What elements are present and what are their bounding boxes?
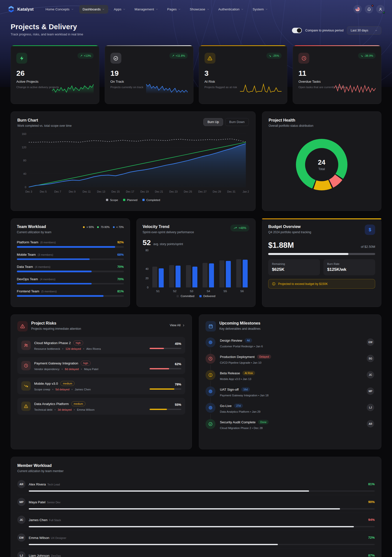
- dashboard-page: Katalyst Home ConceptsDashboardsAppsMana…: [0, 0, 392, 557]
- svg-text:Dec 9: Dec 9: [69, 190, 76, 193]
- milestone-detail: CI/CD Pipeline Upgrade • Jan 10: [220, 361, 375, 364]
- user-menu-button[interactable]: [376, 5, 385, 13]
- view-all-link[interactable]: View All: [170, 324, 185, 327]
- nav-item-label: Home Concepts: [46, 7, 70, 11]
- compare-toggle[interactable]: [292, 28, 302, 33]
- team-workload-row: Mobile Team(3 members)68%: [17, 253, 124, 260]
- users-icon: [24, 343, 28, 348]
- legend-item-delivered: Delivered: [199, 295, 215, 298]
- velocity-bars: [151, 250, 250, 287]
- svg-text:Dec 3: Dec 3: [25, 190, 32, 193]
- nav-item-dashboards[interactable]: Dashboards: [79, 5, 108, 14]
- velocity-bar-group: [202, 263, 214, 287]
- milestone-icon-circle: [206, 386, 215, 396]
- avatar: MP: [17, 498, 26, 506]
- velocity-x-label: S2: [169, 290, 181, 293]
- velocity-bar-committed: [236, 259, 241, 287]
- remaining-value: $625K: [272, 267, 316, 272]
- target-icon: [208, 389, 213, 394]
- nav-item-showcase[interactable]: Showcase: [186, 5, 213, 14]
- burn-chart-card: Burn Chart Work completed vs. total scop…: [11, 111, 256, 211]
- language-button[interactable]: [353, 5, 362, 13]
- risk-item[interactable]: Payment Gateway IntegrationhighVendor de…: [17, 357, 185, 374]
- nav-item-system[interactable]: System: [249, 5, 271, 14]
- kpi-row: ↗+13%26Active ProjectsChange in active d…: [11, 45, 381, 104]
- member-bar-fill: [29, 526, 354, 527]
- milestone-item: Design Review4dCustomer Portal Redesign …: [206, 337, 375, 354]
- kpi-card-at-risk: ↘-25%3At RiskProjects flagged as at risk: [199, 45, 287, 104]
- velocity-x-label: S1: [152, 290, 164, 293]
- online-status-dot: [383, 12, 385, 14]
- burn-down-button[interactable]: Burn Down: [225, 118, 249, 126]
- kpi-accent-bar: [199, 45, 287, 46]
- lists-row: Project Risks Projects requiring immedia…: [11, 314, 381, 449]
- nav-item-apps[interactable]: Apps: [110, 5, 129, 14]
- chevron-down-icon: [265, 8, 268, 11]
- compare-label: Compare to previous period: [305, 29, 343, 32]
- burn-chart-plot: 16012080400Dec 3Dec 5Dec 7Dec 9Dec 11Dec…: [17, 131, 249, 197]
- nav-item-authentication[interactable]: Authentication: [215, 5, 247, 14]
- risk-bar-track: [150, 368, 181, 369]
- burn-chart-subtitle: Work completed vs. total scope over time: [17, 124, 72, 127]
- katalyst-logo-icon: [7, 5, 15, 13]
- project-health-subtitle: Overall portfolio status distribution: [269, 124, 375, 127]
- team-members: (5 members): [41, 290, 57, 293]
- donut-total-label: Total: [318, 167, 325, 171]
- milestones-header-icon-tile: [206, 321, 216, 331]
- risk-bar-fill: [150, 409, 167, 410]
- svg-text:40: 40: [23, 172, 26, 175]
- legend-item-scope: Scope: [106, 199, 118, 202]
- risk-item[interactable]: Cloud Migration Phase 2highResource bott…: [17, 337, 185, 354]
- svg-text:Dec 15: Dec 15: [111, 190, 120, 193]
- risks-header-icon-tile: [17, 321, 28, 331]
- team-workload-row: DevOps Team(4 members)70%: [17, 277, 124, 285]
- trend-down-icon: [24, 384, 28, 388]
- risk-severity-badge: medium: [60, 381, 75, 386]
- notifications-button[interactable]: [365, 5, 373, 13]
- risk-icon-tile: [21, 341, 31, 350]
- kpi-delta-badge: ↘-25%: [266, 53, 282, 59]
- risk-item[interactable]: Data Analytics PlatformmediumTechnical d…: [17, 398, 185, 415]
- member-row: JCJames ChenFull Stack94%: [17, 513, 375, 531]
- trend-up-icon: ↗: [172, 54, 174, 57]
- clock-icon: [208, 356, 213, 361]
- milestone-connector: [210, 397, 211, 403]
- workload-legend-item: > 90%: [83, 226, 94, 228]
- kpi-accent-bar: [105, 45, 193, 46]
- velocity-bar-group: [186, 265, 198, 287]
- legend-label: Committed: [181, 295, 194, 298]
- utilization-bar-fill: [17, 283, 92, 285]
- risk-detail: Scope creep: [34, 388, 50, 391]
- svg-text:Dec 5: Dec 5: [40, 190, 47, 193]
- risk-bar-fill: [150, 368, 169, 369]
- avatar: MP: [367, 387, 374, 395]
- risk-severity-badge: high: [81, 361, 91, 366]
- metrics-row: Team Workload Current utilization by tea…: [11, 218, 381, 307]
- page-header: Projects & Delivery Track progress, risk…: [11, 23, 381, 36]
- team-name: Frontend Team: [17, 289, 39, 293]
- legend-label: Planned: [127, 199, 137, 202]
- svg-text:160: 160: [22, 132, 26, 135]
- avatar: LJ: [367, 404, 374, 411]
- kpi-sparkline: [240, 80, 282, 94]
- period-select[interactable]: Last 30 days: [347, 26, 381, 35]
- milestone-name: Production Deployment: [220, 355, 255, 359]
- velocity-x-label: S3: [186, 290, 198, 293]
- kpi-value: 11: [298, 69, 376, 77]
- chevron-right-icon: [182, 324, 185, 327]
- burn-up-button[interactable]: Burn Up: [203, 118, 223, 126]
- member-utilization: 72%: [368, 536, 375, 539]
- risk-item[interactable]: Mobile App v3.0mediumScope creep●5d dela…: [17, 378, 185, 394]
- brand[interactable]: Katalyst: [7, 5, 34, 13]
- nav-item-label: Dashboards: [83, 7, 101, 11]
- milestone-connector: [210, 381, 211, 386]
- nav-item-pages[interactable]: Pages: [164, 5, 184, 14]
- milestones-title: Upcoming Milestones: [219, 321, 261, 326]
- velocity-y-tick: 20: [145, 277, 148, 280]
- nav-item-home-concepts[interactable]: Home Concepts: [42, 5, 77, 14]
- nav-item-management[interactable]: Management: [131, 5, 162, 14]
- svg-text:Dec 25: Dec 25: [184, 190, 192, 193]
- risks-title: Project Risks: [31, 321, 81, 326]
- risk-bar-fill: [150, 388, 174, 390]
- member-role: Tech Lead: [47, 483, 60, 486]
